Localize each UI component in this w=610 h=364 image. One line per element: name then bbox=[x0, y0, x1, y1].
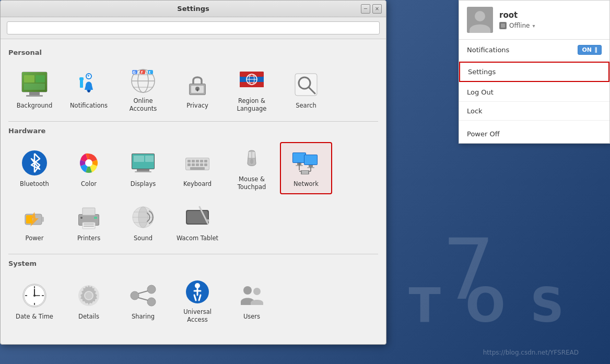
details-icon bbox=[74, 281, 103, 310]
svg-rect-9 bbox=[80, 79, 83, 88]
svg-line-119 bbox=[138, 298, 148, 300]
displays-icon bbox=[128, 148, 158, 178]
svg-rect-57 bbox=[200, 160, 203, 162]
svg-rect-31 bbox=[197, 89, 198, 91]
url-text: https://blog.csdn.net/YFSREAD bbox=[483, 349, 579, 356]
system-label: System bbox=[8, 260, 378, 269]
region-language-icon bbox=[237, 67, 266, 95]
svg-rect-63 bbox=[204, 163, 207, 166]
svg-point-125 bbox=[475, 11, 485, 21]
divider-system bbox=[8, 254, 378, 254]
settings-item-sound[interactable]: Sound bbox=[117, 196, 169, 249]
settings-item-online-accounts[interactable]: G f t Online Accounts bbox=[117, 64, 169, 116]
svg-rect-48 bbox=[137, 169, 149, 171]
svg-rect-74 bbox=[309, 165, 313, 167]
svg-point-93 bbox=[80, 217, 83, 219]
svg-rect-81 bbox=[302, 171, 308, 174]
settings-item-bluetooth[interactable]: Bluetooth bbox=[8, 142, 61, 194]
svg-rect-6 bbox=[26, 95, 43, 97]
settings-item-universal-access[interactable]: Universal Access bbox=[171, 275, 224, 327]
mouse-icon bbox=[237, 146, 266, 173]
svg-rect-3 bbox=[36, 75, 45, 83]
background-icon bbox=[20, 70, 49, 99]
svg-rect-5 bbox=[29, 92, 40, 95]
notifications-icon: * bbox=[74, 70, 103, 99]
sound-icon bbox=[128, 203, 158, 232]
settings-item-details[interactable]: Details bbox=[63, 275, 115, 327]
title-bar-buttons: − × bbox=[361, 4, 382, 14]
settings-item-search[interactable]: Search bbox=[280, 64, 332, 116]
svg-rect-85 bbox=[26, 215, 32, 224]
settings-item-users[interactable]: Users bbox=[226, 275, 278, 327]
hardware-label: Hardware bbox=[8, 127, 378, 137]
lock-menu-item[interactable]: Lock bbox=[459, 102, 609, 121]
printers-label: Printers bbox=[77, 234, 100, 242]
svg-rect-51 bbox=[145, 156, 154, 162]
settings-item-power[interactable]: Power bbox=[8, 196, 61, 249]
settings-item-printers[interactable]: Printers bbox=[63, 196, 115, 249]
details-label: Details bbox=[78, 313, 99, 321]
settings-item-wacom-tablet[interactable]: Wacom Tablet bbox=[171, 196, 224, 249]
wacom-icon bbox=[183, 203, 212, 232]
svg-rect-88 bbox=[83, 208, 95, 215]
universal-access-icon bbox=[183, 278, 212, 306]
svg-rect-92 bbox=[94, 217, 97, 219]
svg-rect-90 bbox=[84, 224, 94, 225]
settings-item-displays[interactable]: Displays bbox=[117, 142, 169, 194]
online-accounts-label: Online Accounts bbox=[121, 97, 166, 113]
svg-rect-2 bbox=[24, 75, 34, 83]
search-item-icon bbox=[291, 70, 321, 99]
color-icon bbox=[74, 148, 103, 178]
svg-rect-56 bbox=[196, 160, 199, 162]
settings-item-region-language[interactable]: Region & Language bbox=[226, 64, 278, 116]
printers-icon bbox=[74, 203, 103, 232]
notifications-toggle[interactable]: ON ▐ bbox=[578, 45, 602, 55]
settings-item-notifications[interactable]: * Notifications bbox=[63, 64, 115, 116]
svg-point-115 bbox=[131, 291, 139, 300]
settings-item-privacy[interactable]: Privacy bbox=[171, 64, 224, 116]
status-icon bbox=[499, 22, 507, 29]
settings-item-keyboard[interactable]: Keyboard bbox=[171, 142, 224, 194]
online-accounts-icon: G f t bbox=[128, 67, 158, 95]
logout-menu-item[interactable]: Log Out bbox=[459, 83, 609, 102]
notification-panel: root Offline ▾ Notifications ON ▐ Settin… bbox=[459, 0, 610, 144]
svg-rect-55 bbox=[192, 160, 195, 162]
notif-header: root Offline ▾ bbox=[459, 1, 609, 40]
network-icon bbox=[291, 148, 321, 178]
settings-item-sharing[interactable]: Sharing bbox=[117, 275, 169, 327]
settings-item-color[interactable]: Color bbox=[63, 142, 115, 194]
svg-rect-4 bbox=[24, 84, 45, 90]
svg-rect-61 bbox=[196, 163, 199, 166]
settings-window: Settings − × 🔍 Personal bbox=[0, 0, 386, 345]
personal-label: Personal bbox=[8, 49, 378, 58]
svg-text:*: * bbox=[87, 74, 90, 79]
date-time-label: Date & Time bbox=[16, 313, 53, 321]
minimize-button[interactable]: − bbox=[361, 4, 370, 14]
svg-point-122 bbox=[243, 286, 252, 295]
search-label: Search bbox=[296, 102, 316, 110]
title-bar: Settings − × bbox=[1, 1, 386, 17]
settings-item-mouse-touchpad[interactable]: Mouse & Touchpad bbox=[226, 142, 278, 194]
svg-rect-62 bbox=[200, 163, 203, 166]
svg-rect-83 bbox=[42, 217, 44, 222]
settings-item-date-time[interactable]: Date & Time bbox=[8, 275, 61, 327]
svg-rect-58 bbox=[204, 160, 207, 162]
power-label: Power bbox=[26, 234, 44, 242]
sound-label: Sound bbox=[134, 234, 152, 242]
color-label: Color bbox=[81, 180, 97, 188]
svg-rect-69 bbox=[293, 153, 306, 162]
settings-content: Personal bbox=[1, 39, 386, 345]
window-title: Settings bbox=[177, 5, 209, 13]
svg-rect-64 bbox=[190, 167, 205, 170]
svg-point-111 bbox=[33, 295, 36, 297]
user-status: Offline ▾ bbox=[499, 22, 602, 29]
power-off-menu-item[interactable]: Power Off bbox=[459, 121, 609, 143]
settings-menu-item[interactable]: Settings bbox=[459, 62, 609, 82]
notifications-toggle-row: Notifications ON ▐ bbox=[459, 40, 609, 61]
search-input[interactable] bbox=[7, 21, 380, 34]
close-button[interactable]: × bbox=[372, 4, 382, 14]
settings-item-background[interactable]: Background bbox=[8, 64, 61, 116]
settings-item-network[interactable]: Network bbox=[280, 142, 332, 194]
notifications-panel-label: Notifications bbox=[467, 46, 509, 54]
search-wrapper: 🔍 bbox=[7, 21, 380, 34]
